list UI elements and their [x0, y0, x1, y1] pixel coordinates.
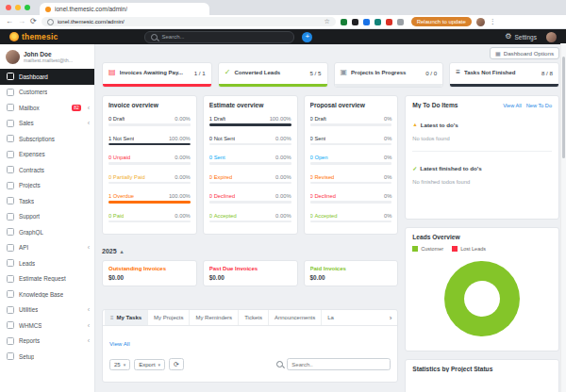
- tab-announcements[interactable]: Announcements: [268, 310, 321, 325]
- stat-invoices-awaiting-payment[interactable]: ▤Invoices Awaiting Pay...1 / 1: [102, 62, 212, 88]
- page-size-select[interactable]: 25▾: [109, 359, 130, 370]
- extension-icon[interactable]: [386, 19, 392, 25]
- extension-icon[interactable]: [341, 19, 347, 25]
- sidebar-item-tasks[interactable]: Tasks: [0, 193, 94, 209]
- leads-donut-chart[interactable]: [444, 261, 520, 336]
- sidebar-item-customers[interactable]: Customers: [0, 85, 94, 101]
- extension-icon[interactable]: [352, 19, 358, 25]
- dashboard-icon: [7, 73, 14, 80]
- search-icon: [151, 34, 158, 41]
- sidebar-item-mailbox[interactable]: Mailbox82‹: [0, 100, 94, 116]
- site-info-icon[interactable]: [47, 19, 54, 25]
- year-filter-toggle[interactable]: 2025 ▴: [102, 248, 398, 254]
- stat-tasks-not-finished[interactable]: ≡Tasks Not Finished8 / 8: [449, 62, 559, 88]
- empty-state-text: No todos found: [412, 136, 552, 141]
- export-button[interactable]: Export▾: [134, 359, 165, 370]
- todo-view-all-link[interactable]: View All: [503, 103, 522, 108]
- sidebar-item-estimate-request[interactable]: Estimate Request: [0, 271, 94, 287]
- forward-icon[interactable]: →: [18, 18, 25, 25]
- status-progress-bar: [310, 162, 392, 165]
- search-placeholder: Search...: [161, 34, 184, 40]
- sidebar-item-contracts[interactable]: Contracts: [0, 162, 94, 178]
- screen: ionel.themesic.com/admin/ ← → ⟳ ionel.th…: [0, 0, 566, 392]
- sidebar-item-expenses[interactable]: Expenses: [0, 147, 94, 163]
- status-percent: 0%: [384, 116, 391, 122]
- view-all-link[interactable]: View All: [109, 340, 130, 347]
- sidebar-item-reports[interactable]: Reports‹: [0, 334, 94, 350]
- brand-name[interactable]: themesic: [22, 32, 58, 41]
- sidebar-item-utilities[interactable]: Utilities‹: [0, 302, 94, 318]
- past-due-invoices-card[interactable]: Past Due Invoices $0.00: [203, 260, 298, 286]
- scrollbar-thumb[interactable]: [562, 57, 565, 158]
- sidebar-item-graphql[interactable]: GraphQL: [0, 224, 94, 240]
- refresh-button[interactable]: ⟳: [169, 358, 184, 370]
- projects-icon: [7, 182, 14, 189]
- sidebar-item-knowledge-base[interactable]: Knowledge Base: [0, 286, 94, 302]
- themesic-logo-icon[interactable]: [9, 32, 19, 41]
- settings-label: Settings: [515, 34, 538, 41]
- extension-icon[interactable]: [375, 19, 381, 25]
- address-bar[interactable]: ionel.themesic.com/admin/ ☆: [42, 17, 336, 26]
- status-label: 0 Partially Paid: [108, 174, 145, 180]
- sidebar-item-projects[interactable]: Projects: [0, 178, 94, 194]
- relaunch-to-update-button[interactable]: Relaunch to update: [411, 17, 472, 26]
- minimize-window-icon[interactable]: [15, 5, 21, 10]
- quick-create-button[interactable]: +: [302, 32, 312, 42]
- search-icon: [276, 361, 283, 368]
- tab-truncated[interactable]: La: [321, 310, 340, 325]
- sidebar-item-subscriptions[interactable]: Subscriptions: [0, 131, 94, 147]
- legend-item-customer[interactable]: Customer: [412, 246, 443, 252]
- global-search-input[interactable]: Search...: [144, 31, 294, 43]
- status-label: 0 Declined: [310, 193, 336, 199]
- sidebar-item-api[interactable]: API‹: [0, 240, 94, 256]
- avatar: [6, 50, 20, 64]
- outstanding-invoices-card[interactable]: Outstanding Invoices $0.00: [102, 260, 197, 286]
- left-column: Invoice overview 0 Draft0.00% 1 Not Sent…: [102, 95, 398, 383]
- extension-icon[interactable]: [363, 19, 370, 25]
- extensions-puzzle-icon[interactable]: [397, 19, 404, 25]
- maximize-window-icon[interactable]: [25, 5, 30, 10]
- sidebar-item-whmcs[interactable]: WHMCS‹: [0, 318, 94, 334]
- status-percent: 0%: [384, 193, 391, 199]
- sidebar-item-sales[interactable]: Sales‹: [0, 116, 94, 132]
- sidebar-item-support[interactable]: Support: [0, 209, 94, 225]
- tab-my-projects[interactable]: My Projects: [147, 310, 189, 325]
- browser-tab[interactable]: ionel.themesic.com/admin/: [40, 3, 209, 15]
- stat-projects-in-progress[interactable]: ▣Projects In Progress0 / 0: [334, 62, 444, 88]
- browser-profile-avatar[interactable]: [476, 18, 485, 26]
- progress-bar: [103, 84, 211, 87]
- back-icon[interactable]: ←: [6, 18, 13, 25]
- status-label: 0 Open: [310, 155, 328, 160]
- legend-item-lost-leads[interactable]: Lost Leads: [452, 246, 486, 252]
- utilities-icon: [7, 306, 14, 314]
- sidebar-user-card[interactable]: John Doe mailtest.mailtest@th...: [0, 44, 94, 69]
- sidebar-item-setup[interactable]: Setup: [0, 349, 94, 365]
- status-progress-bar: [108, 162, 191, 165]
- card-title: Statistics by Project Status: [412, 366, 552, 372]
- tab-tickets[interactable]: Tickets: [238, 310, 268, 325]
- whmcs-icon: [7, 321, 14, 329]
- tab-my-reminders[interactable]: My Reminders: [189, 310, 238, 325]
- user-avatar[interactable]: [546, 32, 557, 42]
- tab-my-tasks[interactable]: ≡My Tasks: [105, 310, 147, 325]
- paid-invoices-card[interactable]: Paid Invoices $0.00: [304, 260, 399, 286]
- new-todo-link[interactable]: New To Do: [526, 103, 552, 108]
- status-percent: 0.00%: [275, 174, 291, 180]
- tabs-scroll-right-icon[interactable]: ›: [386, 314, 396, 322]
- reload-icon[interactable]: ⟳: [30, 18, 37, 25]
- progress-bar: [219, 84, 327, 87]
- sidebar-item-dashboard[interactable]: Dashboard: [0, 69, 94, 85]
- empty-state-text: No finished todos found: [412, 179, 552, 185]
- right-column: My To Do Items View All New To Do ▲Lates…: [405, 95, 559, 392]
- table-search-input[interactable]: [287, 358, 391, 370]
- close-window-icon[interactable]: [6, 5, 11, 10]
- page-scrollbar[interactable]: [560, 43, 566, 392]
- status-percent: 100.00%: [169, 136, 191, 141]
- stat-converted-leads[interactable]: ✓Converted Leads5 / 5: [218, 62, 328, 88]
- browser-menu-icon[interactable]: ⋮: [490, 18, 496, 25]
- dashboard-options-button[interactable]: ▦ Dashboard Options: [490, 47, 559, 59]
- bookmark-star-icon[interactable]: ☆: [324, 18, 329, 25]
- status-label: 1 Draft: [209, 116, 225, 122]
- settings-button[interactable]: ⚙ Settings: [505, 33, 537, 41]
- sidebar-item-leads[interactable]: Leads: [0, 255, 94, 271]
